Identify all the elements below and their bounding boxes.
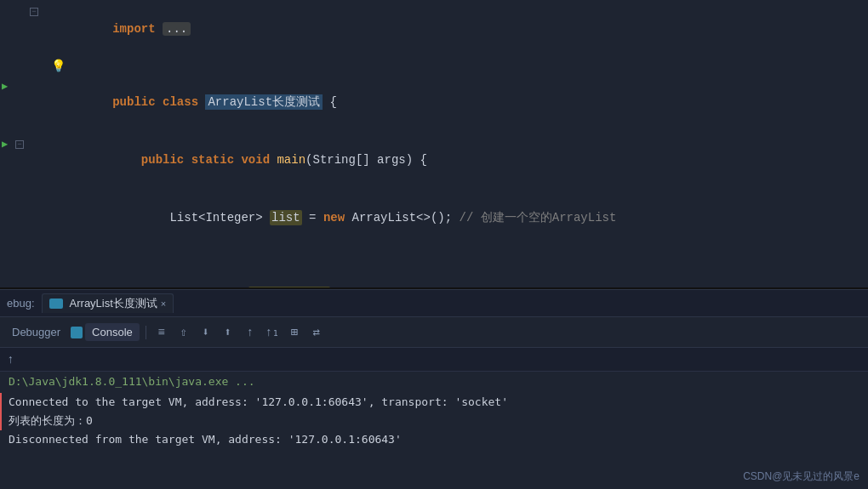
gutter-1: −	[0, 8, 47, 16]
console-tab-wrapper[interactable]: Console	[71, 323, 140, 341]
debug-tab-title: ArrayList长度测试	[70, 296, 157, 311]
lightbulb-row: 💡	[0, 58, 868, 73]
import-ellipsis: ...	[163, 22, 191, 36]
toolbar-up-icon[interactable]: ⇧	[174, 323, 193, 342]
console-toolbar: ↑	[0, 348, 868, 372]
console-scroll-up-icon[interactable]: ↑	[7, 353, 14, 367]
debug-panel: ebug: ArrayList长度测试 × Debugger Console ≡…	[0, 289, 868, 489]
toolbar-up2-icon[interactable]: ⬆	[219, 323, 237, 342]
run-arrow-icon[interactable]: ▶	[2, 77, 8, 96]
toolbar-step-icon[interactable]: ↑₁	[263, 323, 282, 342]
debug-tab-bar: ebug: ArrayList长度测试 ×	[0, 290, 868, 317]
toolbar-split-icon[interactable]: ⇄	[307, 323, 326, 342]
toolbar-row: Debugger Console ≡ ⇧ ⬇ ⬆ ↑ ↑₁ ⊞ ⇄	[0, 317, 868, 348]
kw-public: public	[112, 95, 163, 109]
console-area: ↑ D:\Java\jdk1.8.0_111\bin\java.exe ... …	[0, 348, 868, 489]
code-line-3: ▶ − public static void main(String[] arg…	[0, 131, 868, 189]
line-content-1: import ...	[47, 1, 868, 57]
tab-console[interactable]: Console	[85, 323, 140, 341]
var-list: list	[270, 210, 302, 225]
lightbulb-icon[interactable]: 💡	[51, 59, 66, 73]
code-editor: − import ... 💡 ▶ public class ArrayList长…	[0, 0, 868, 289]
code-line-1: − import ...	[0, 0, 868, 58]
line-content-4: List<Integer> list = new ArrayList<>(); …	[47, 190, 868, 246]
kw-class: class	[163, 95, 205, 109]
console-line-3: Disconnected from the target VM, address…	[0, 430, 868, 449]
class-name: ArrayList长度测试	[205, 94, 323, 110]
app-container: − import ... 💡 ▶ public class ArrayList长…	[0, 0, 868, 489]
toolbar-down-icon[interactable]: ⬇	[197, 323, 215, 342]
debug-tab-close[interactable]: ×	[161, 299, 166, 309]
code-line-2: ▶ public class ArrayList长度测试 {	[0, 73, 868, 131]
keyword-import: import	[112, 22, 163, 36]
console-output: Connected to the target VM, address: '12…	[0, 391, 868, 489]
list-size-call: list.size()	[248, 287, 330, 289]
fold-2-icon[interactable]: −	[15, 140, 24, 149]
console-path: D:\Java\jdk1.8.0_111\bin\java.exe ...	[0, 372, 868, 391]
separator-1	[146, 326, 146, 339]
tab-debugger[interactable]: Debugger	[5, 323, 67, 341]
line-content-2: public class ArrayList长度测试 {	[47, 74, 868, 130]
code-line-6: int size = list.size(); // 获取列表的长度	[0, 265, 868, 289]
line-content-6: int size = list.size(); // 获取列表的长度	[47, 266, 868, 289]
brace-open: {	[323, 95, 337, 109]
console-icon	[71, 327, 83, 338]
run-arrow-2-icon[interactable]: ▶	[2, 135, 8, 154]
code-line-4: List<Integer> list = new ArrayList<>(); …	[0, 189, 868, 247]
code-line-5	[0, 247, 868, 265]
console-line-2: 列表的长度为：0	[0, 412, 868, 430]
kw-int: int	[169, 287, 198, 289]
csdn-watermark: CSDN@见未见过的风景e	[743, 469, 859, 484]
toolbar-menu-icon[interactable]: ≡	[152, 323, 171, 342]
console-line-1: Connected to the target VM, address: '12…	[0, 393, 868, 412]
toolbar-run-icon[interactable]: ↑	[241, 323, 260, 342]
tab-file-icon	[49, 299, 63, 309]
toolbar-grid-icon[interactable]: ⊞	[285, 323, 304, 342]
fold-icon[interactable]: −	[30, 8, 38, 16]
debug-label: ebug:	[7, 297, 35, 310]
line-content-3: public static void main(String[] args) {	[47, 132, 868, 188]
debug-tab[interactable]: ArrayList长度测试 ×	[42, 293, 174, 313]
